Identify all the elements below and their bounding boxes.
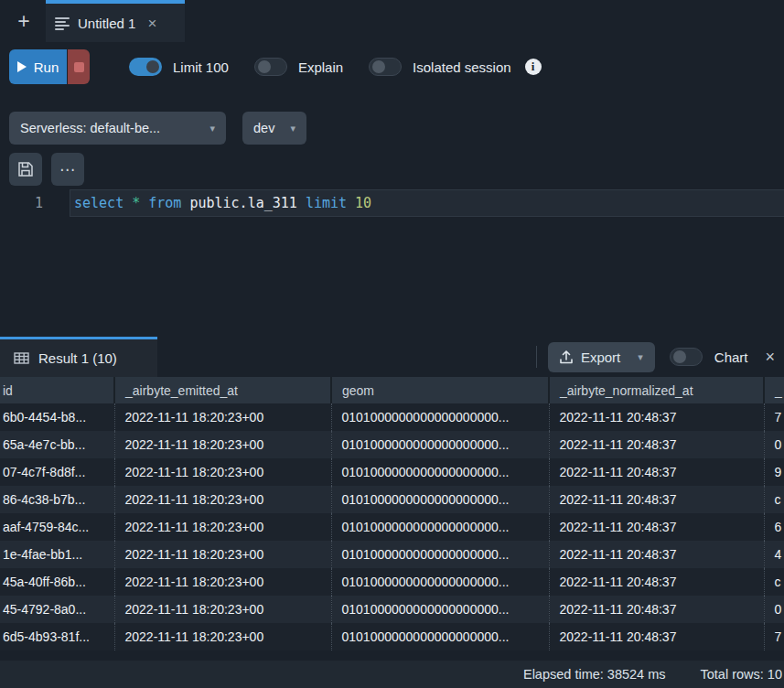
code-line-1[interactable]: select * from public.la_311 limit 10 bbox=[70, 189, 784, 217]
sql-code-editor[interactable]: 1 select * from public.la_311 limit 10 bbox=[0, 188, 784, 337]
compute-endpoint-dropdown[interactable]: Serverless: default-be... ▾ bbox=[9, 112, 226, 145]
save-icon bbox=[17, 161, 34, 177]
cell-geom: 0101000000000000000000... bbox=[331, 623, 549, 650]
cell-emitted: 2022-11-11 18:20:23+00 bbox=[114, 403, 331, 431]
cell-id: 45-4792-8a0... bbox=[0, 596, 114, 623]
table-row: 07-4c7f-8d8f...2022-11-11 18:20:23+00010… bbox=[0, 458, 784, 486]
cell-id: 6b0-4454-b8... bbox=[0, 403, 114, 431]
more-options-button[interactable]: ⋯ bbox=[51, 153, 84, 186]
cell-normalized: 2022-11-11 20:48:37 bbox=[549, 486, 764, 513]
stop-icon bbox=[74, 62, 84, 72]
file-actions-row: ⋯ bbox=[9, 153, 84, 186]
chevron-down-icon: ▾ bbox=[290, 123, 295, 134]
database-value: dev bbox=[253, 121, 274, 135]
header-row: id _airbyte_emitted_at geom _airbyte_nor… bbox=[0, 377, 784, 403]
run-button-label: Run bbox=[34, 59, 59, 75]
cell-truncated: c bbox=[764, 486, 784, 513]
export-button[interactable]: Export ▾ bbox=[548, 342, 655, 372]
sql-keyword: limit bbox=[306, 195, 355, 211]
toggle-knob bbox=[146, 60, 159, 73]
line-number: 1 bbox=[0, 189, 43, 217]
cell-geom: 0101000000000000000000... bbox=[331, 568, 549, 596]
table-row: 45a-40ff-86b...2022-11-11 18:20:23+00010… bbox=[0, 568, 784, 596]
tab-untitled-1[interactable]: Untitled 1 × bbox=[46, 0, 185, 42]
cell-geom: 0101000000000000000000... bbox=[331, 431, 549, 458]
stop-button[interactable] bbox=[68, 49, 90, 84]
cell-normalized: 2022-11-11 20:48:37 bbox=[549, 431, 764, 458]
table-row: 6d5-4b93-81f...2022-11-11 18:20:23+00010… bbox=[0, 623, 784, 650]
table-row: 86-4c38-b7b...2022-11-11 18:20:23+000101… bbox=[0, 486, 784, 513]
play-icon bbox=[17, 61, 27, 72]
tab-title: Untitled 1 bbox=[78, 16, 135, 31]
sql-keyword: select bbox=[74, 195, 132, 211]
cell-emitted: 2022-11-11 18:20:23+00 bbox=[114, 431, 331, 458]
chart-toggle[interactable] bbox=[670, 348, 703, 366]
column-header-truncated[interactable]: _ bbox=[764, 377, 784, 403]
results-grid: id _airbyte_emitted_at geom _airbyte_nor… bbox=[0, 377, 784, 650]
cell-truncated: 4 bbox=[764, 541, 784, 568]
connection-row: Serverless: default-be... ▾ dev ▾ bbox=[9, 112, 306, 145]
cell-normalized: 2022-11-11 20:48:37 bbox=[549, 623, 764, 650]
sql-number-literal: 10 bbox=[355, 195, 371, 211]
column-header-airbyte-emitted-at[interactable]: _airbyte_emitted_at bbox=[114, 377, 331, 403]
new-tab-button[interactable]: + bbox=[12, 7, 36, 35]
column-header-airbyte-normalized-at[interactable]: _airbyte_normalized_at bbox=[549, 377, 764, 403]
chevron-down-icon: ▾ bbox=[638, 351, 643, 363]
table-row: 65a-4e7c-bb...2022-11-11 18:20:23+000101… bbox=[0, 431, 784, 458]
toggle-knob bbox=[673, 350, 686, 363]
cell-id: 6d5-4b93-81f... bbox=[0, 623, 114, 650]
cell-emitted: 2022-11-11 18:20:23+00 bbox=[114, 541, 331, 568]
cell-truncated: 7 bbox=[764, 623, 784, 650]
run-button[interactable]: Run bbox=[9, 49, 67, 84]
cell-normalized: 2022-11-11 20:48:37 bbox=[549, 403, 764, 431]
table-icon bbox=[14, 352, 29, 364]
cell-id: 07-4c7f-8d8f... bbox=[0, 458, 114, 486]
cell-emitted: 2022-11-11 18:20:23+00 bbox=[114, 513, 331, 541]
cell-id: 65a-4e7c-bb... bbox=[0, 431, 114, 458]
cell-truncated: 7 bbox=[764, 403, 784, 431]
column-header-geom[interactable]: geom bbox=[331, 377, 549, 403]
export-button-label: Export bbox=[581, 349, 620, 365]
ellipsis-icon: ⋯ bbox=[59, 162, 76, 177]
close-results-icon[interactable]: × bbox=[765, 349, 775, 365]
cell-truncated: 0 bbox=[764, 431, 784, 458]
sql-star-operator: * bbox=[132, 195, 148, 211]
cell-emitted: 2022-11-11 18:20:23+00 bbox=[114, 486, 331, 513]
table-row: 45-4792-8a0...2022-11-11 18:20:23+000101… bbox=[0, 596, 784, 623]
cell-geom: 0101000000000000000000... bbox=[331, 403, 549, 431]
cell-truncated: 9 bbox=[764, 458, 784, 486]
result-tab-label: Result 1 (10) bbox=[38, 350, 117, 366]
cell-geom: 0101000000000000000000... bbox=[331, 486, 549, 513]
cell-emitted: 2022-11-11 18:20:23+00 bbox=[114, 596, 331, 623]
limit-toggle-label: Limit 100 bbox=[173, 59, 229, 75]
cell-truncated: 6 bbox=[764, 513, 784, 541]
cell-geom: 0101000000000000000000... bbox=[331, 541, 549, 568]
isolated-session-toggle[interactable] bbox=[369, 58, 402, 76]
cell-normalized: 2022-11-11 20:48:37 bbox=[549, 541, 764, 568]
close-tab-icon[interactable]: × bbox=[147, 16, 156, 31]
status-bar: Elapsed time: 38524 ms Total rows: 10 bbox=[0, 661, 784, 688]
database-dropdown[interactable]: dev ▾ bbox=[242, 112, 306, 145]
limit-toggle[interactable] bbox=[129, 58, 162, 76]
total-rows-text: Total rows: 10 bbox=[701, 667, 782, 682]
toggle-knob bbox=[258, 60, 271, 73]
cell-emitted: 2022-11-11 18:20:23+00 bbox=[114, 568, 331, 596]
info-icon[interactable]: i bbox=[525, 59, 542, 75]
elapsed-time-text: Elapsed time: 38524 ms bbox=[523, 667, 666, 682]
results-controls: Export ▾ Chart × bbox=[536, 337, 784, 377]
result-tab[interactable]: Result 1 (10) bbox=[0, 337, 157, 377]
cell-id: aaf-4759-84c... bbox=[0, 513, 114, 541]
sql-table-identifier: public.la_311 bbox=[189, 195, 305, 211]
table-row: aaf-4759-84c...2022-11-11 18:20:23+00010… bbox=[0, 513, 784, 541]
cell-normalized: 2022-11-11 20:48:37 bbox=[549, 458, 764, 486]
explain-toggle[interactable] bbox=[254, 58, 287, 76]
save-button[interactable] bbox=[9, 153, 42, 186]
cell-geom: 0101000000000000000000... bbox=[331, 596, 549, 623]
upload-icon bbox=[560, 350, 573, 364]
cell-id: 1e-4fae-bb1... bbox=[0, 541, 114, 568]
column-header-id[interactable]: id bbox=[0, 377, 114, 403]
sql-editor-window: + Untitled 1 × Run Limit 100 Explain bbox=[0, 0, 784, 688]
table-row: 1e-4fae-bb1...2022-11-11 18:20:23+000101… bbox=[0, 541, 784, 568]
script-icon bbox=[55, 16, 70, 30]
run-split-button: Run bbox=[9, 49, 90, 84]
